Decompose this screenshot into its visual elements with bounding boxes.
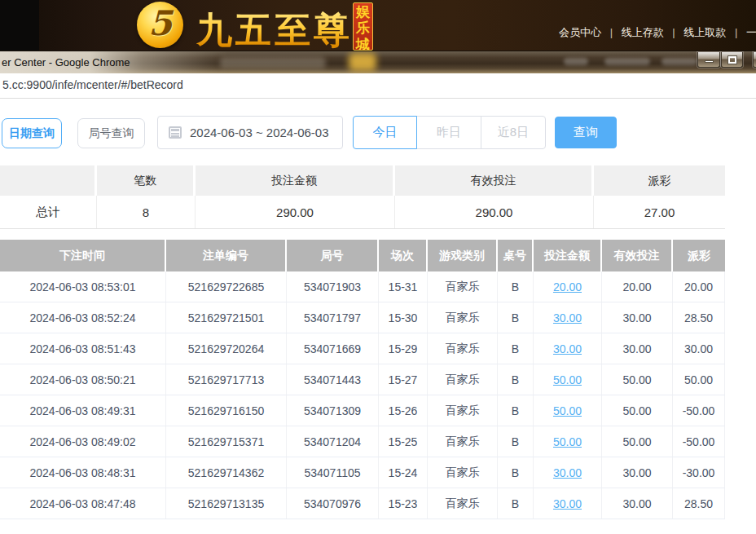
cell-round: 534071204 bbox=[287, 426, 379, 457]
window-titlebar: er Center - Google Chrome bbox=[0, 51, 756, 73]
cell-session: 15-30 bbox=[379, 302, 428, 333]
bet-amount-link[interactable]: 30.00 bbox=[553, 497, 582, 510]
cell-session: 15-31 bbox=[379, 271, 428, 302]
cell-valid: 30.00 bbox=[602, 488, 673, 519]
cell-payout: 30.00 bbox=[673, 333, 725, 364]
address-bar[interactable]: 5.cc:9900/infe/mcenter/#/betRecord bbox=[0, 73, 756, 99]
date-shortcut-group: 今日 昨日 近8日 bbox=[353, 116, 546, 149]
cell-game: 百家乐 bbox=[428, 333, 498, 364]
cell-game: 百家乐 bbox=[428, 302, 498, 333]
column-header: 有效投注 bbox=[602, 240, 673, 271]
cell-amount: 30.00 bbox=[534, 302, 602, 333]
search-button[interactable]: 查询 bbox=[555, 117, 617, 148]
bet-amount-link[interactable]: 30.00 bbox=[553, 466, 582, 479]
summary-header-row: 笔数 投注金额 有效投注 派彩 bbox=[0, 165, 725, 196]
table-row: 2024-06-03 08:48:31521629714362534071105… bbox=[0, 457, 725, 488]
bet-amount-link[interactable]: 30.00 bbox=[553, 342, 582, 355]
cell-valid: 30.00 bbox=[602, 333, 673, 364]
cell-table: B bbox=[498, 302, 534, 333]
cell-bet_id: 521629722685 bbox=[166, 271, 287, 302]
top-nav: 会员中心 | 线上存款 | 线上取款 | 一键归户 bbox=[559, 25, 756, 40]
nav-online-deposit[interactable]: 线上存款 bbox=[622, 26, 664, 38]
cell-payout: -50.00 bbox=[673, 395, 725, 426]
column-header: 下注时间 bbox=[0, 240, 166, 271]
banner-black-box bbox=[0, 0, 39, 51]
nav-one-key[interactable]: 一键归户 bbox=[746, 26, 756, 38]
bet-amount-link[interactable]: 50.00 bbox=[553, 373, 582, 386]
badge-char: 乐 bbox=[356, 20, 370, 37]
summary-payout-value: 27.00 bbox=[594, 196, 725, 228]
titlebar-blur-artifact bbox=[564, 58, 588, 65]
summary-total-row: 总计 8 290.00 290.00 27.00 bbox=[0, 196, 725, 229]
url-text[interactable]: 5.cc:9900/infe/mcenter/#/betRecord bbox=[2, 73, 183, 97]
cell-bet_id: 521629715371 bbox=[166, 426, 287, 457]
nav-separator: | bbox=[610, 26, 613, 38]
cell-game: 百家乐 bbox=[428, 364, 498, 395]
date-query-button[interactable]: 日期查询 bbox=[2, 118, 62, 148]
cell-valid: 50.00 bbox=[602, 426, 673, 457]
cell-session: 15-25 bbox=[379, 426, 428, 457]
maximize-button[interactable] bbox=[721, 52, 743, 68]
summary-total-label: 总计 bbox=[0, 196, 97, 228]
cell-game: 百家乐 bbox=[428, 271, 498, 302]
cell-time: 2024-06-03 08:49:02 bbox=[0, 426, 166, 457]
cell-game: 百家乐 bbox=[428, 426, 498, 457]
site-logo-text: 九五至尊 bbox=[196, 7, 353, 55]
cell-valid: 20.00 bbox=[602, 271, 673, 302]
summary-header-blank bbox=[0, 165, 97, 196]
bet-table-body: 2024-06-03 08:53:01521629722685534071903… bbox=[0, 271, 725, 519]
cell-amount: 30.00 bbox=[534, 333, 602, 364]
today-button[interactable]: 今日 bbox=[353, 116, 417, 149]
cell-session: 15-27 bbox=[379, 364, 428, 395]
nav-online-withdraw[interactable]: 线上取款 bbox=[683, 26, 726, 38]
cell-time: 2024-06-03 08:52:24 bbox=[0, 302, 166, 333]
cell-round: 534070976 bbox=[287, 488, 379, 519]
nav-separator: | bbox=[672, 26, 675, 38]
cell-payout: 28.50 bbox=[673, 488, 725, 519]
cell-bet_id: 521629716150 bbox=[166, 395, 287, 426]
cell-valid: 50.00 bbox=[602, 364, 673, 395]
cell-time: 2024-06-03 08:47:48 bbox=[0, 488, 166, 519]
summary-bet-amount-value: 290.00 bbox=[196, 196, 395, 228]
column-header: 投注金额 bbox=[534, 240, 602, 271]
cell-payout: -50.00 bbox=[673, 426, 725, 457]
cell-bet_id: 521629717713 bbox=[166, 364, 287, 395]
column-header: 注单编号 bbox=[166, 240, 287, 271]
cell-game: 百家乐 bbox=[428, 488, 498, 519]
titlebar-blur-artifact bbox=[604, 58, 650, 65]
bet-table-header-row: 下注时间注单编号局号场次游戏类别桌号投注金额有效投注派彩 bbox=[0, 240, 725, 271]
summary-header-count: 笔数 bbox=[97, 165, 196, 196]
table-row: 2024-06-03 08:50:21521629717713534071443… bbox=[0, 364, 725, 395]
last8days-button[interactable]: 近8日 bbox=[481, 116, 546, 149]
column-header: 派彩 bbox=[673, 240, 725, 271]
cell-valid: 30.00 bbox=[602, 457, 673, 488]
badge-char: 娱 bbox=[356, 4, 370, 20]
close-button[interactable] bbox=[753, 52, 756, 68]
summary-header-bet-amount: 投注金额 bbox=[196, 165, 395, 196]
summary-count-value: 8 bbox=[97, 196, 196, 228]
minimize-button[interactable] bbox=[697, 52, 720, 68]
bet-amount-link[interactable]: 50.00 bbox=[553, 435, 582, 448]
cell-time: 2024-06-03 08:53:01 bbox=[0, 271, 166, 302]
cell-table: B bbox=[498, 395, 534, 426]
yesterday-button[interactable]: 昨日 bbox=[416, 116, 481, 149]
cell-round: 534071443 bbox=[287, 364, 379, 395]
badge-char: 城 bbox=[356, 37, 370, 51]
bet-record-page: 日期查询 局号查询 2024-06-03 ~ 2024-06-03 今日 昨日 … bbox=[0, 99, 756, 534]
cell-amount: 50.00 bbox=[534, 426, 602, 457]
bet-amount-link[interactable]: 30.00 bbox=[553, 311, 582, 324]
nav-member-center[interactable]: 会员中心 bbox=[559, 26, 601, 38]
round-query-button[interactable]: 局号查询 bbox=[77, 118, 145, 148]
cell-table: B bbox=[498, 364, 534, 395]
cell-amount: 20.00 bbox=[534, 271, 602, 302]
bet-amount-link[interactable]: 50.00 bbox=[553, 404, 582, 417]
cell-table: B bbox=[498, 333, 534, 364]
cell-round: 534071903 bbox=[287, 271, 379, 302]
table-row: 2024-06-03 08:49:02521629715371534071204… bbox=[0, 426, 725, 457]
titlebar-blur-artifact bbox=[662, 58, 697, 65]
table-row: 2024-06-03 08:51:43521629720264534071669… bbox=[0, 333, 725, 364]
date-range-value: 2024-06-03 ~ 2024-06-03 bbox=[190, 126, 329, 139]
date-range-input[interactable]: 2024-06-03 ~ 2024-06-03 bbox=[157, 116, 343, 149]
bet-amount-link[interactable]: 20.00 bbox=[553, 280, 582, 293]
cell-round: 534071309 bbox=[287, 395, 379, 426]
